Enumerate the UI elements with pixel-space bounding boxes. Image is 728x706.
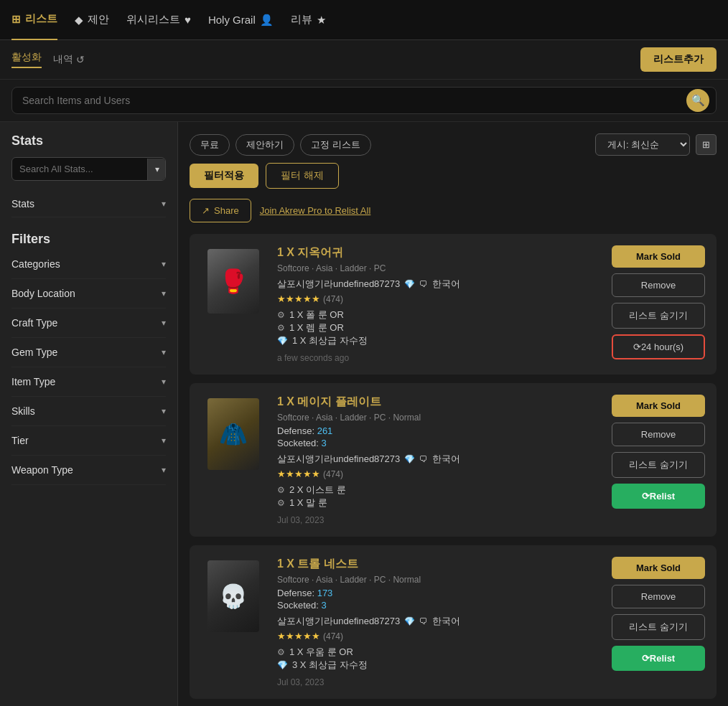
filter-body-location-label: Body Location — [11, 288, 75, 299]
item-3-mark-sold[interactable]: Mark Sold — [612, 557, 705, 579]
item-1-price-2: ⚙ 1 X 렘 룬 OR — [277, 321, 600, 334]
filter-skills[interactable]: Skills ▾ — [11, 397, 166, 426]
nav-item-list[interactable]: ⊞ 리스트 — [11, 0, 57, 40]
content-area: 무료 제안하기 고정 리스트 게시: 최신순게시: 오래된순가격: 낮은순가격:… — [178, 122, 728, 706]
item-2-thumbnail: 🧥 — [201, 395, 266, 474]
filter-item-type-arrow: ▾ — [162, 377, 166, 387]
item-2-relist-green[interactable]: ⟳Relist — [612, 484, 705, 509]
search-input[interactable] — [11, 87, 717, 114]
item-1-thumbnail: 🥊 — [201, 245, 266, 317]
rune-icon-2b: ⚙ — [277, 498, 285, 508]
filter-body-location-arrow: ▾ — [162, 288, 166, 298]
item-2-name: 1 X 메이지 플레이트 — [277, 395, 600, 410]
filters-title: Filters — [11, 232, 166, 247]
heart-icon: ♥ — [185, 14, 191, 26]
apply-filter-button[interactable]: 필터적용 — [190, 164, 258, 188]
nav-item-review[interactable]: 리뷰 ★ — [291, 0, 326, 39]
item-3-price-2: 💎 3 X 최상급 자수정 — [277, 659, 600, 672]
filter-tier-arrow: ▾ — [162, 436, 166, 446]
item-1-hide[interactable]: 리스트 숨기기 — [612, 303, 705, 329]
rune-icon-2a: ⚙ — [277, 485, 285, 495]
filter-item-type[interactable]: Item Type ▾ — [11, 367, 166, 397]
search-bar: 🔍 — [0, 80, 728, 122]
item-3-actions: Mark Sold Remove 리스트 숨기기 ⟳Relist — [612, 557, 705, 671]
item-3-rating: ★★★★★ (474) — [277, 631, 600, 641]
nav-item-holygrail[interactable]: Holy Grail 👤 — [208, 1, 274, 39]
main-layout: Stats ▾ Stats ▾ Filters Categories ▾ Bod… — [0, 122, 728, 706]
chip-offer[interactable]: 제안하기 — [235, 134, 294, 156]
item-1-seller: 살포시앵기라undefined87273 💎 🗨 한국어 — [277, 278, 600, 291]
filter-body-location[interactable]: Body Location ▾ — [11, 279, 166, 309]
chip-fixed[interactable]: 고정 리스트 — [300, 134, 371, 156]
share-icon: ↗ — [202, 205, 210, 216]
nav-item-offer[interactable]: ◆ 제안 — [75, 0, 109, 39]
item-card-2: 🧥 1 X 메이지 플레이트 Softcore · Asia · Ladder … — [190, 383, 717, 537]
stats-search-input[interactable] — [12, 158, 147, 180]
item-1-mark-sold[interactable]: Mark Sold — [612, 245, 705, 268]
item-1-remove[interactable]: Remove — [612, 273, 705, 297]
sort-select[interactable]: 게시: 최신순게시: 오래된순가격: 낮은순가격: 높은순 — [595, 133, 690, 156]
chip-free[interactable]: 무료 — [190, 134, 230, 156]
item-card-1: 🥊 1 X 지옥어귀 Softcore · Asia · Ladder · PC… — [190, 234, 717, 375]
filter-skills-arrow: ▾ — [162, 406, 166, 416]
item-1-relist-timer[interactable]: ⟳24 hour(s) — [612, 334, 705, 359]
stats-title: Stats — [11, 133, 166, 149]
item-1-rating: ★★★★★ (474) — [277, 293, 600, 304]
filter-tier[interactable]: Tier ▾ — [11, 426, 166, 456]
seller-3-lang-icon: 🗨 — [419, 616, 428, 626]
item-1-price-1: ⚙ 1 X 폴 룬 OR — [277, 309, 600, 321]
share-row: ↗ Share Join Akrew Pro to Relist All — [190, 199, 717, 222]
top-nav: ⊞ 리스트 ◆ 제안 위시리스트 ♥ Holy Grail 👤 리뷰 ★ — [0, 0, 728, 40]
item-1-platform: Softcore · Asia · Ladder · PC — [277, 263, 600, 273]
search-button[interactable]: 🔍 — [686, 89, 709, 112]
item-3-thumbnail: 💀 — [201, 557, 266, 636]
item-2-price-2: ⚙ 1 X 말 룬 — [277, 496, 600, 509]
stats-filter-row[interactable]: Stats ▾ — [11, 191, 166, 217]
item-3-info: 1 X 트롤 네스트 Softcore · Asia · Ladder · PC… — [277, 557, 600, 687]
filter-categories-arrow: ▾ — [162, 259, 166, 269]
item-2-hide[interactable]: 리스트 숨기기 — [612, 452, 705, 478]
filter-weapon-type-label: Weapon Type — [11, 464, 73, 476]
clear-filter-button[interactable]: 필터 해제 — [266, 163, 339, 189]
filter-weapon-type[interactable]: Weapon Type ▾ — [11, 456, 166, 485]
filter-gem-type[interactable]: Gem Type ▾ — [11, 338, 166, 367]
item-2-remove[interactable]: Remove — [612, 423, 705, 446]
item-3-hide[interactable]: 리스트 숨기기 — [612, 614, 705, 640]
history-icon: ↺ — [76, 54, 85, 65]
item-3-seller: 살포시앵기라undefined87273 💎 🗨 한국어 — [277, 615, 600, 628]
seller-2-gem-icon: 💎 — [404, 454, 415, 464]
nav-item-wishlist[interactable]: 위시리스트 ♥ — [126, 0, 191, 39]
filter-craft-type-label: Craft Type — [11, 317, 57, 329]
filter-categories[interactable]: Categories ▾ — [11, 250, 166, 279]
grid-view-button[interactable]: ⊞ — [696, 134, 717, 155]
user-icon: 👤 — [260, 14, 274, 27]
sidebar: Stats ▾ Stats ▾ Filters Categories ▾ Bod… — [0, 122, 178, 706]
add-list-button[interactable]: 리스트추가 — [640, 47, 717, 72]
stats-label: Stats — [11, 198, 34, 210]
item-1-timestamp: a few seconds ago — [277, 353, 600, 363]
item-2-timestamp: Jul 03, 2023 — [277, 515, 600, 525]
item-2-mark-sold[interactable]: Mark Sold — [612, 395, 705, 417]
sort-wrap: 게시: 최신순게시: 오래된순가격: 낮은순가격: 높은순 ⊞ — [595, 133, 717, 156]
item-2-socketed: Socketed: 3 — [277, 438, 600, 448]
item-3-name: 1 X 트롤 네스트 — [277, 557, 600, 572]
crystal-icon-1: 💎 — [277, 336, 288, 346]
tab-history[interactable]: 내역 ↺ — [53, 53, 85, 66]
item-3-remove[interactable]: Remove — [612, 585, 705, 608]
item-1-name: 1 X 지옥어귀 — [277, 245, 600, 260]
stats-search-dropdown[interactable]: ▾ — [147, 159, 166, 180]
item-2-actions: Mark Sold Remove 리스트 숨기기 ⟳Relist — [612, 395, 705, 509]
filter-gem-type-label: Gem Type — [11, 347, 57, 358]
item-3-relist-green[interactable]: ⟳Relist — [612, 646, 705, 671]
share-button[interactable]: ↗ Share — [190, 199, 251, 222]
filter-tier-label: Tier — [11, 435, 29, 446]
item-2-price-1: ⚙ 2 X 이스트 룬 — [277, 484, 600, 496]
item-2-info: 1 X 메이지 플레이트 Softcore · Asia · Ladder · … — [277, 395, 600, 525]
item-3-platform: Softcore · Asia · Ladder · PC · Normal — [277, 575, 600, 585]
relist-pro-button[interactable]: Join Akrew Pro to Relist All — [260, 205, 371, 216]
item-3-defense: Defense: 173 — [277, 588, 600, 598]
filter-craft-type[interactable]: Craft Type ▾ — [11, 309, 166, 338]
tab-active[interactable]: 활성화 — [11, 51, 42, 68]
item-card-3: 💀 1 X 트롤 네스트 Softcore · Asia · Ladder · … — [190, 545, 717, 699]
filter-craft-type-arrow: ▾ — [162, 318, 166, 328]
